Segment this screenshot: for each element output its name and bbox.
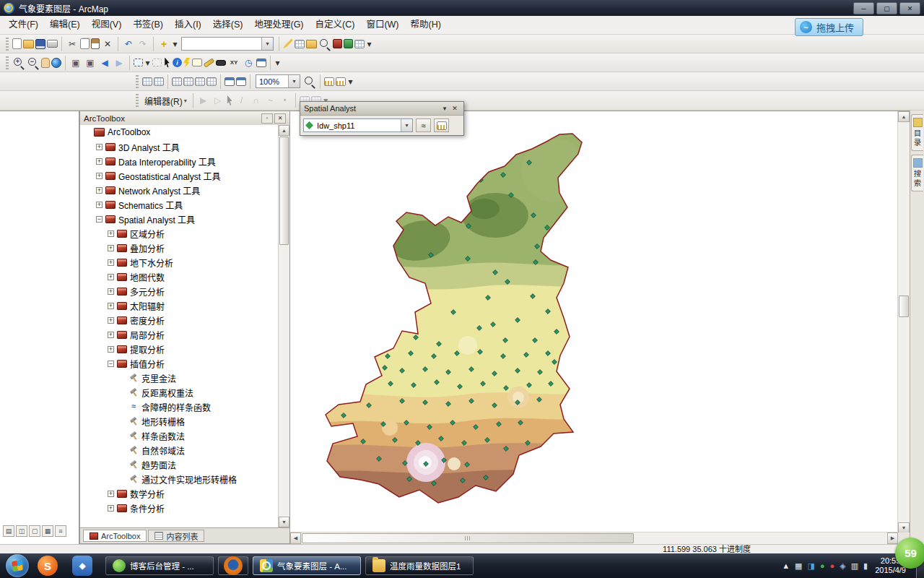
combo-dropdown-icon[interactable]: ▾ <box>261 38 273 50</box>
select-features-icon[interactable] <box>134 59 143 66</box>
edit-tool-icon[interactable] <box>226 95 234 105</box>
point-tool-icon[interactable]: • <box>279 94 292 107</box>
toolbar-grip[interactable] <box>6 38 9 51</box>
map-scale-combo[interactable]: ▾ <box>181 37 274 51</box>
editor-pencil-icon[interactable] <box>283 39 293 49</box>
tree-item[interactable]: +密度分析 <box>80 313 279 327</box>
tree-item[interactable]: 通过文件实现地形转栅格 <box>80 472 279 486</box>
panel-close-button[interactable]: ✕ <box>274 113 286 124</box>
graph-icon-3[interactable] <box>195 77 205 86</box>
clear-selection-icon[interactable] <box>152 59 162 66</box>
expand-icon[interactable]: + <box>108 303 114 309</box>
close-button[interactable]: ✕ <box>899 2 920 14</box>
expand-icon[interactable]: + <box>108 288 114 295</box>
delete-icon[interactable]: ✕ <box>101 38 114 51</box>
pagelayout-icon-1[interactable] <box>324 77 334 86</box>
expand-icon[interactable]: + <box>108 317 114 324</box>
next-extent-icon[interactable]: ▶ <box>113 56 126 69</box>
map-vertical-scrollbar[interactable]: ▲ ▼ <box>897 111 910 533</box>
scroll-left-arrow[interactable]: ◀ <box>290 532 301 544</box>
tree-item[interactable]: 反距离权重法 <box>80 385 279 400</box>
sogou-browser-icon[interactable]: S <box>38 556 58 576</box>
tree-item[interactable]: +区域分析 <box>80 226 279 241</box>
tree-item[interactable]: 趋势面法 <box>80 457 279 472</box>
tree-item[interactable]: +Schematics 工具 <box>80 197 279 212</box>
tree-item[interactable]: −Spatial Analyst 工具 <box>80 212 279 226</box>
cut-icon[interactable]: ✂ <box>66 38 79 51</box>
add-data-icon[interactable]: + <box>157 38 170 51</box>
fixed-zoom-out-icon[interactable]: ▣ <box>84 56 97 69</box>
task-button-arcmap[interactable]: 气象要素图层 - A... <box>253 556 361 575</box>
collapse-icon[interactable]: − <box>108 361 114 367</box>
tray-volume-icon[interactable]: ▥ <box>851 562 858 570</box>
save-icon[interactable] <box>35 39 45 49</box>
fixed-zoom-in-icon[interactable]: ▣ <box>69 56 82 69</box>
full-extent-icon[interactable] <box>51 58 61 68</box>
histogram-button[interactable] <box>434 118 449 132</box>
expand-icon[interactable]: + <box>96 173 103 179</box>
map-canvas[interactable] <box>290 111 910 545</box>
start-button[interactable] <box>6 554 29 577</box>
select-features-caret[interactable]: ▾ <box>144 56 151 69</box>
goto-xy-icon[interactable]: XY <box>227 56 240 69</box>
tree-item[interactable]: −插值分析 <box>80 356 279 371</box>
hyperlink-icon[interactable] <box>183 58 191 68</box>
modelbuilder-icon[interactable] <box>344 39 353 48</box>
new-document-icon[interactable] <box>12 38 22 49</box>
expand-icon[interactable]: + <box>108 245 114 251</box>
stop-editing-icon[interactable]: ▷ <box>212 94 225 107</box>
tray-icon-2[interactable]: ◨ <box>808 562 815 570</box>
identify-icon[interactable]: i <box>173 58 182 67</box>
toolbar-grip[interactable] <box>136 75 139 88</box>
graph-icon-4[interactable] <box>206 77 217 86</box>
toolbar3-overflow-caret[interactable]: ▾ <box>347 75 354 88</box>
search-window-icon[interactable] <box>318 38 331 51</box>
undo-icon[interactable]: ↶ <box>122 38 135 51</box>
window-new-icon[interactable] <box>236 77 246 86</box>
scroll-down-arrow[interactable]: ▼ <box>279 517 289 527</box>
layer-select-combo[interactable]: Idw_shp11 ▾ <box>303 118 413 132</box>
zoom-apply-icon[interactable] <box>303 75 316 88</box>
zoom-level-combo[interactable]: 100%▾ <box>256 74 300 88</box>
zoom-in-icon[interactable]: + <box>12 56 25 69</box>
pinned-app-icon[interactable]: ◆ <box>72 556 92 576</box>
graph-icon-2[interactable] <box>183 77 193 86</box>
minimize-button[interactable]: ─ <box>853 2 874 14</box>
tree-item[interactable]: +3D Analyst 工具 <box>80 139 279 154</box>
search-tab[interactable]: 搜索 <box>911 155 923 191</box>
copy-icon[interactable] <box>80 38 90 49</box>
catalog-tab[interactable]: 目录 <box>911 114 923 151</box>
tree-item[interactable]: +太阳辐射 <box>80 298 279 313</box>
paste-icon[interactable] <box>91 38 100 49</box>
menu-item-2[interactable]: 视图(V) <box>86 16 128 34</box>
menu-item-7[interactable]: 自定义(C) <box>310 16 361 34</box>
add-data-caret-icon[interactable]: ▾ <box>172 38 178 51</box>
scrollbar-thumb[interactable] <box>899 296 909 317</box>
expand-icon[interactable]: + <box>96 144 103 150</box>
arc-segment-icon[interactable]: ∩ <box>250 94 263 107</box>
expand-icon[interactable]: + <box>108 230 114 237</box>
tree-item[interactable]: 克里金法 <box>80 371 279 385</box>
toolbar-close-icon[interactable]: ✕ <box>450 104 460 113</box>
scroll-down-arrow[interactable]: ▼ <box>898 522 910 533</box>
task-button-blog[interactable]: 博客后台管理 - ... <box>105 556 214 575</box>
tree-item[interactable]: +数学分析 <box>80 486 279 501</box>
window-tile-icon[interactable] <box>225 77 235 86</box>
viewer-window-icon[interactable] <box>256 59 266 67</box>
menu-item-9[interactable]: 帮助(H) <box>405 16 447 34</box>
scroll-up-arrow[interactable]: ▲ <box>279 125 289 136</box>
menu-item-5[interactable]: 选择(S) <box>207 16 249 34</box>
tray-icon-4[interactable]: ● <box>830 562 835 570</box>
tree-item[interactable]: 样条函数法 <box>80 428 279 443</box>
pagelayout-icon-2[interactable] <box>336 77 346 86</box>
straight-segment-icon[interactable]: / <box>235 94 248 107</box>
tree-item[interactable]: ArcToolbox <box>80 125 279 139</box>
collapse-icon[interactable]: − <box>96 216 103 223</box>
zoom-out-icon[interactable]: − <box>27 56 40 69</box>
scrollbar-thumb[interactable] <box>279 137 289 245</box>
combo-dropdown-icon[interactable]: ▾ <box>401 119 412 131</box>
toolbar-grip[interactable] <box>6 56 9 69</box>
tree-item[interactable]: 自然邻域法 <box>80 443 279 457</box>
arctoolbox-window-icon[interactable] <box>333 39 342 48</box>
tree-item[interactable]: +地图代数 <box>80 269 279 284</box>
